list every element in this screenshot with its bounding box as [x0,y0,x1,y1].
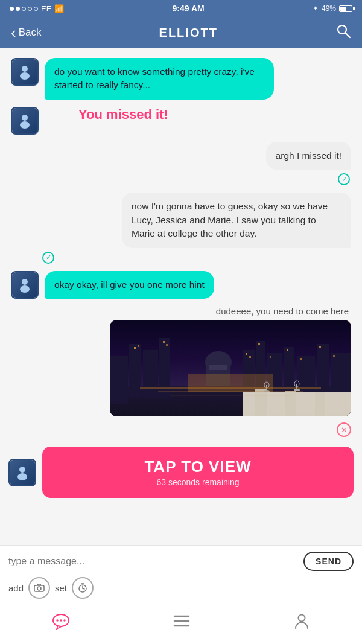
svg-point-65 [299,615,305,622]
battery-fill [340,7,346,11]
svg-point-31 [264,382,269,388]
bubble-text-received-2: okay okay, ill give you one more hint [54,279,205,290]
missed-label: You missed it! [78,107,168,123]
svg-rect-38 [134,347,136,349]
svg-rect-39 [138,345,139,347]
svg-rect-37 [170,395,291,396]
bubble-received-1: do you want to know something pretty cra… [45,58,274,100]
message-sent-image: dudeeee, you need to come here [8,306,354,437]
svg-point-5 [20,121,30,129]
carrier-label: EE [41,4,51,13]
bottom-nav [0,605,362,644]
avatar-image-1 [12,59,37,84]
svg-rect-35 [140,387,321,389]
menu-nav-icon [173,614,190,631]
avatar-person-icon-2 [16,112,34,130]
timer-icon [78,583,87,593]
chat-nav-icon [52,613,70,633]
svg-point-6 [22,279,28,285]
status-right: ✦ 49% [313,4,352,13]
dot1 [10,7,14,11]
svg-rect-12 [143,350,158,398]
camera-button[interactable] [28,577,50,599]
svg-point-2 [22,66,28,72]
avatar-person-icon-4 [13,464,31,482]
bubble-sent-2: now I'm gonna have to guess, okay so we … [122,193,351,247]
svg-point-34 [294,381,299,387]
signal-dots [10,7,38,11]
battery-percent: 49% [322,4,336,13]
svg-point-59 [56,619,59,622]
bottom-nav-chat[interactable] [52,613,70,633]
svg-rect-22 [317,344,329,392]
svg-rect-20 [284,347,294,392]
wifi-icon: 📶 [54,4,64,13]
input-row: SEND [8,552,354,571]
bubble-text-sent-1: argh I missed it! [276,150,341,161]
send-button[interactable]: SEND [303,552,354,571]
avatar-person-icon [16,63,34,81]
dot2 [16,7,20,11]
svg-rect-45 [270,356,272,358]
svg-rect-46 [287,349,288,351]
tap-to-view-subtitle: 63 seconds remaining [157,477,240,487]
bluetooth-icon: ✦ [313,4,319,13]
dot4 [28,7,32,11]
dot5 [34,7,38,11]
dot3 [22,7,26,11]
tap-banner-row: TAP TO VIEW 63 seconds remaining [8,444,354,500]
search-icon [335,23,351,39]
svg-point-51 [17,473,27,480]
svg-point-61 [63,619,66,622]
bottom-nav-profile[interactable] [293,613,310,633]
check-row-1: ✓ [8,173,354,185]
status-bar: EE 📶 9:49 AM ✦ 49% [0,0,362,17]
svg-rect-16 [209,365,227,370]
svg-rect-48 [319,346,321,348]
back-button[interactable]: Back [11,25,41,41]
status-time: 9:49 AM [173,4,205,13]
avatar-tap [8,459,36,486]
svg-point-7 [20,285,30,293]
tap-to-view-title: TAP TO VIEW [144,457,251,476]
timer-button[interactable] [72,577,94,599]
avatar-2 [11,271,39,299]
nav-bar: Back ELLIOTT [0,17,362,48]
avatar-missed [11,107,39,135]
message-sent-2: now I'm gonna have to guess, okay so we … [8,193,354,247]
back-label: Back [19,27,42,39]
svg-rect-10 [110,356,128,404]
svg-rect-49 [333,355,335,357]
person-icon [293,613,310,630]
svg-point-60 [60,619,62,622]
image-caption: dudeeee, you need to come here [214,306,351,316]
close-image-button[interactable]: ✕ [337,422,351,437]
message-input[interactable] [8,556,297,567]
avatar-image-2 [12,272,37,298]
message-received-2: okay okay, ill give you one more hint [8,271,354,299]
tap-to-view-banner[interactable]: TAP TO VIEW 63 seconds remaining [42,447,354,498]
message-sent-1: argh I missed it! [8,142,354,170]
chat-area: do you want to know something pretty cra… [0,48,362,545]
svg-rect-11 [129,344,141,398]
add-label: add [8,583,24,593]
svg-point-50 [19,467,25,473]
input-area: SEND add set [0,545,362,605]
svg-rect-23 [331,353,351,392]
avatar-1 [11,58,39,86]
svg-rect-44 [258,343,260,345]
svg-rect-28 [315,392,325,416]
svg-rect-42 [246,353,247,355]
profile-nav-icon [293,613,310,633]
bubble-sent-1: argh I missed it! [266,142,351,170]
camera-icon [34,584,45,592]
check-icon-1: ✓ [338,173,350,185]
svg-rect-43 [249,356,251,358]
search-button[interactable] [335,23,351,42]
avatar-image-tap [10,460,35,485]
bottom-nav-menu[interactable] [173,614,190,631]
hamburger-icon [173,614,190,628]
svg-rect-41 [166,344,168,346]
back-chevron-icon [11,25,16,41]
svg-point-3 [20,72,30,80]
